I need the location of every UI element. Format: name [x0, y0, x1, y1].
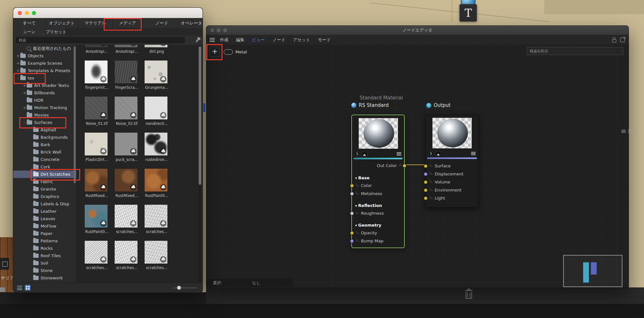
port-dot[interactable]	[424, 188, 428, 192]
tree-item[interactable]: + Billboards	[13, 89, 76, 97]
texture-preview[interactable]	[144, 60, 168, 84]
asset-thumbnail[interactable]: Noise_02.tif	[114, 96, 144, 132]
asset-thumbnail[interactable]: RustMixed...	[114, 168, 144, 204]
asset-thumbnail[interactable]: scratches...	[144, 204, 174, 240]
browser-tab[interactable]: オブジェクト	[46, 18, 78, 28]
minimize-button[interactable]	[25, 11, 29, 15]
tree-item[interactable]: Paper	[13, 230, 76, 237]
texture-preview[interactable]	[114, 96, 138, 120]
close-button[interactable]	[18, 11, 22, 15]
node-title-output[interactable]: Output	[426, 102, 450, 108]
browser-tab[interactable]: すべて	[13, 18, 46, 28]
node-row[interactable]: Geometry	[352, 221, 404, 229]
tree-item[interactable]: Leaves	[13, 215, 76, 222]
asset-thumbnail[interactable]: scratches...	[114, 240, 144, 276]
texture-preview[interactable]	[144, 204, 168, 228]
node-row[interactable]: Roughness	[352, 209, 404, 217]
material-shape-icon[interactable]	[224, 49, 233, 55]
tree-item[interactable]: Soil	[13, 259, 76, 267]
node-row[interactable]: Metalness	[352, 190, 404, 198]
node-row[interactable]: Displacement	[426, 170, 478, 178]
asset-thumbnail[interactable]: RustPaint0...	[84, 204, 114, 240]
port-dot[interactable]	[424, 180, 428, 184]
tree-item[interactable]: + Example Scenes	[13, 60, 76, 67]
asset-thumbnail[interactable]: RustMixed...	[84, 168, 114, 204]
pin-icon[interactable]	[195, 38, 199, 42]
tree-expander[interactable]: +	[22, 91, 27, 95]
texture-preview[interactable]	[144, 132, 168, 156]
tree-item[interactable]: Rocks	[13, 245, 76, 252]
tree-item[interactable]: Granite	[13, 185, 76, 193]
texture-preview[interactable]	[84, 168, 108, 192]
node-menu-icon[interactable]	[397, 152, 401, 155]
node-row[interactable]: Bump Map	[352, 237, 404, 245]
texture-preview[interactable]	[144, 240, 168, 264]
texture-preview[interactable]	[114, 168, 138, 192]
output-node[interactable]: Surface Displacement Volume	[425, 115, 479, 208]
asset-thumbnail[interactable]: puck_scra...	[114, 132, 144, 168]
node-row[interactable]: Base	[352, 174, 404, 182]
texture-preview[interactable]	[84, 204, 108, 228]
node-row[interactable]: Color	[352, 182, 404, 190]
tree-item[interactable]: Stonework	[13, 274, 76, 282]
out-color-dot[interactable]	[402, 164, 406, 168]
tree-item[interactable]: + Objects	[13, 52, 76, 60]
node-row[interactable]: Opacity	[352, 229, 404, 237]
asset-thumbnail[interactable]: Anisotropi...	[114, 45, 144, 60]
asset-thumbnail[interactable]: Anisotropi...	[84, 45, 114, 60]
grid-scrollbar[interactable]	[199, 46, 201, 185]
node-menu-icon[interactable]	[471, 152, 476, 155]
dock-square[interactable]	[0, 258, 9, 270]
texture-preview[interactable]	[114, 45, 138, 48]
tree-item[interactable]: HDR	[13, 97, 76, 104]
browser-tab[interactable]: オペレータ	[181, 18, 203, 28]
node-row[interactable]: Surface	[426, 162, 478, 170]
connection-wire[interactable]	[405, 164, 425, 165]
asset-thumbnail[interactable]: scratches...	[144, 240, 174, 276]
tree-item[interactable]: MoFlow	[13, 222, 76, 230]
asset-thumbnail[interactable]: PlasticDirt...	[84, 132, 114, 168]
port-dot[interactable]	[424, 172, 428, 176]
trash-icon[interactable]	[464, 289, 474, 299]
texture-preview[interactable]	[84, 96, 108, 120]
asset-thumbnail[interactable]: dirt.png	[144, 45, 174, 60]
menu-item[interactable]: アセット	[293, 37, 310, 43]
browser-subtab[interactable]: シーン	[13, 28, 46, 36]
port-dot[interactable]	[350, 192, 354, 196]
tree-item[interactable]: + Motion Tracking	[13, 104, 76, 111]
text-tool-button[interactable]: T	[459, 4, 477, 22]
tree-item[interactable]: Bark	[13, 141, 76, 148]
asset-thumbnail[interactable]: scratches...	[114, 204, 144, 240]
hamburger-icon[interactable]	[210, 38, 215, 42]
hamburger-icon[interactable]	[621, 130, 626, 133]
asset-thumbnail[interactable]: FingerScra...	[114, 60, 144, 96]
texture-preview[interactable]	[84, 45, 108, 48]
port-dot[interactable]	[350, 239, 354, 243]
thumbnail-size-slider[interactable]	[173, 287, 197, 288]
asset-thumbnail[interactable]: scratches...	[84, 240, 114, 276]
node-row[interactable]: Reflection	[352, 201, 404, 209]
node-search-input[interactable]	[527, 47, 623, 55]
tree-expander[interactable]: +	[16, 69, 20, 73]
node-title-rs[interactable]: RS Standard	[351, 102, 389, 108]
tree-item[interactable]: Patterns	[13, 237, 76, 245]
asset-thumbnail[interactable]: nondirecti...	[144, 96, 174, 132]
search-input[interactable]	[16, 37, 185, 43]
menu-item[interactable]: 作成	[220, 37, 228, 43]
texture-preview[interactable]	[144, 45, 168, 48]
browser-subtab[interactable]: プリセット	[46, 28, 67, 36]
texture-preview[interactable]	[114, 132, 138, 156]
node-canvas[interactable]	[206, 45, 629, 288]
asset-thumbnail[interactable]: fingerprint...	[84, 60, 114, 96]
asset-thumbnail[interactable]: Noise_01.tif	[84, 96, 114, 132]
rs-standard-node[interactable]: Out Color Base Color	[351, 115, 405, 248]
tree-expander[interactable]: +	[16, 61, 20, 66]
tree-item[interactable]: Brick Wall	[13, 148, 76, 156]
tree-item[interactable]: Roof Tiles	[13, 252, 76, 259]
tree-item[interactable]: Labels & Disp	[13, 200, 76, 208]
port-dot[interactable]	[350, 211, 354, 215]
texture-preview[interactable]	[114, 60, 138, 84]
zoom-button[interactable]	[32, 11, 36, 15]
tree-item[interactable]: Backgrounds	[13, 134, 76, 141]
lock-icon[interactable]	[628, 130, 632, 133]
